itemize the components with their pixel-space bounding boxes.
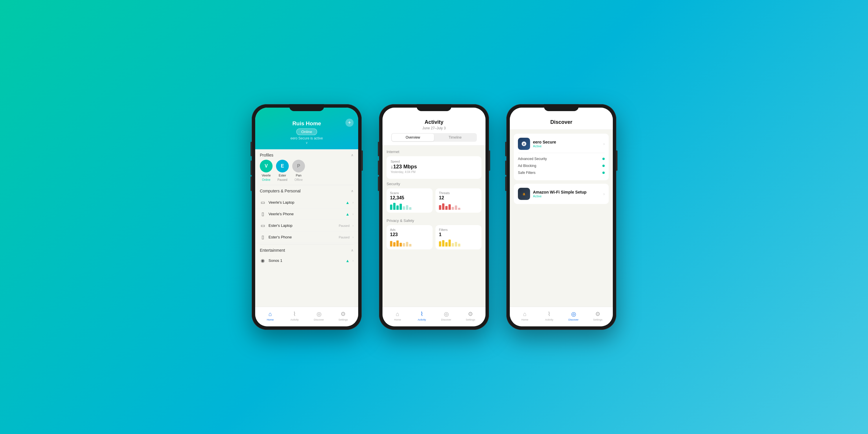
device-esters-phone[interactable]: ▯ Ester's Phone Paused ›	[255, 231, 358, 243]
tab-overview[interactable]: Overview	[392, 134, 434, 141]
computers-section-title: Computers & Personal	[260, 189, 301, 193]
activity-nav-icon: ⌇	[293, 310, 296, 317]
profile-pan[interactable]: P Pan Offline	[292, 160, 305, 181]
device-name-veerles-laptop: Veerle's Laptop	[269, 200, 343, 205]
privacy-stats-grid: Ads 123 Filt	[386, 225, 482, 252]
filters-chart	[439, 238, 478, 247]
device-veerles-laptop[interactable]: ▭ Veerle's Laptop ▲ ›	[255, 197, 358, 208]
home-header: Ruis Home + Online eero Secure is active…	[255, 107, 358, 149]
eero-app-icon: e	[518, 138, 530, 150]
profile-veerle[interactable]: V Veerle Online	[260, 160, 273, 181]
notch-activity	[416, 104, 452, 111]
speed-title: Speed	[391, 160, 477, 163]
activity-nav-icon-2: ⌇	[421, 310, 423, 317]
ads-chart	[390, 238, 429, 247]
tab-timeline[interactable]: Timeline	[434, 134, 476, 141]
device-veerles-phone[interactable]: ▯ Veerle's Phone ▲ ›	[255, 208, 358, 220]
speed-card[interactable]: Speed ↓123 Mbps Yesterday, 4:04 PM	[386, 156, 482, 179]
threats-card[interactable]: Threats 12	[435, 188, 482, 213]
threats-title: Threats	[439, 191, 478, 195]
nav-discover-3[interactable]: ◎ Discover	[561, 310, 586, 321]
amazon-card-header: a Amazon Wi-Fi Simple Setup Active ›	[518, 188, 605, 200]
laptop-icon: ▭	[260, 199, 266, 205]
entertainment-chevron-icon[interactable]: ∧	[351, 248, 353, 252]
filters-card[interactable]: Filters 1	[435, 225, 482, 249]
feature-dot-advanced-security	[602, 158, 605, 160]
home-nav-label-3: Home	[521, 318, 528, 321]
speed-sub: Yesterday, 4:04 PM	[391, 170, 477, 174]
bar	[396, 241, 399, 247]
scans-card[interactable]: Scans 12,345	[386, 188, 433, 213]
home-nav-icon-3: ⌂	[523, 311, 527, 317]
tab-switcher: Overview Timeline	[391, 133, 477, 142]
chevron-right-icon-3: ›	[352, 224, 353, 228]
chevron-right-icon-sonos: ›	[352, 259, 353, 263]
bar	[452, 207, 454, 210]
nav-discover-2[interactable]: ◎ Discover	[434, 310, 458, 321]
feature-ad-blocking: Ad Blocking	[518, 162, 605, 169]
nav-settings-3[interactable]: ⚙ Settings	[586, 310, 610, 321]
phone-discover: Discover e eero Secure	[506, 104, 616, 330]
nav-discover[interactable]: ◎ Discover	[307, 310, 331, 321]
profile-avatar-veerle: V	[260, 160, 273, 173]
eero-secure-card[interactable]: e eero Secure Active › Advanced Security	[514, 134, 609, 180]
feature-name-ad-blocking: Ad Blocking	[518, 164, 602, 168]
threats-value: 12	[439, 195, 478, 200]
discover-nav-label-3: Discover	[568, 318, 578, 321]
bar	[406, 242, 408, 247]
nav-home-3[interactable]: ⌂ Home	[513, 311, 537, 321]
profiles-chevron-icon[interactable]: ∧	[351, 153, 353, 157]
discover-nav-label: Discover	[314, 318, 324, 321]
amazon-card[interactable]: a Amazon Wi-Fi Simple Setup Active ›	[514, 184, 609, 204]
discover-title: Discover	[516, 119, 607, 125]
device-name-esters-phone: Ester's Phone	[269, 235, 336, 239]
computers-device-list: ▭ Veerle's Laptop ▲ › ▯ Veerle's Phone ▲…	[255, 195, 358, 244]
internet-section-label: Internet	[386, 150, 482, 154]
bar	[406, 205, 408, 210]
nav-settings-2[interactable]: ⚙ Settings	[458, 310, 483, 321]
add-button[interactable]: +	[345, 119, 353, 127]
entertainment-section-title: Entertainment	[260, 248, 285, 253]
bar	[400, 204, 402, 210]
bar	[448, 204, 451, 210]
home-nav-label: Home	[267, 318, 274, 321]
screen-activity: Activity June 27–July 3 Overview Timelin…	[382, 107, 486, 327]
device-sonos[interactable]: ◉ Sonos 1 ▲ ›	[255, 255, 358, 266]
eero-secure-name: eero Secure	[533, 140, 600, 144]
chevron-right-icon-2: ›	[352, 212, 353, 216]
phone-activity: Activity June 27–July 3 Overview Timelin…	[379, 104, 489, 330]
feature-name-advanced-security: Advanced Security	[518, 157, 602, 161]
amazon-app-icon: a	[518, 188, 530, 200]
activity-title: Activity	[388, 119, 480, 125]
eero-secure-info: eero Secure Active	[533, 140, 600, 148]
profile-ester[interactable]: E Ester Paused	[276, 160, 289, 181]
bar	[403, 243, 405, 247]
nav-home[interactable]: ⌂ Home	[258, 311, 282, 321]
activity-nav-label: Activity	[290, 318, 299, 321]
eero-secure-card-header: e eero Secure Active ›	[518, 138, 605, 150]
device-name-sonos: Sonos 1	[269, 258, 343, 263]
filters-value: 1	[439, 232, 478, 237]
eero-feature-list: Advanced Security Ad Blocking Safe Filte…	[518, 153, 605, 176]
eero-secure-chevron-icon: ›	[603, 142, 605, 146]
settings-nav-icon-3: ⚙	[595, 310, 600, 317]
nav-activity-2[interactable]: ⌇ Activity	[410, 310, 434, 321]
nav-activity[interactable]: ⌇ Activity	[282, 310, 307, 321]
scans-value: 12,345	[390, 195, 429, 200]
ads-card[interactable]: Ads 123	[386, 225, 433, 249]
phone-home: Ruis Home + Online eero Secure is active…	[252, 104, 362, 330]
chevron-right-icon-4: ›	[352, 235, 353, 239]
computers-section-header: Computers & Personal ∧	[255, 185, 358, 195]
computers-chevron-icon[interactable]: ∧	[351, 189, 353, 193]
profile-avatar-ester: E	[276, 160, 289, 173]
nav-home-2[interactable]: ⌂ Home	[385, 311, 410, 321]
bar	[396, 206, 399, 210]
nav-settings[interactable]: ⚙ Settings	[331, 310, 355, 321]
bar	[458, 208, 460, 210]
amazon-info: Amazon Wi-Fi Simple Setup Active	[533, 190, 600, 198]
device-esters-laptop[interactable]: ▭ Ester's Laptop Paused ›	[255, 220, 358, 231]
phones-container: Ruis Home + Online eero Secure is active…	[252, 104, 616, 330]
online-badge: Online	[296, 128, 317, 135]
nav-activity-3[interactable]: ⌇ Activity	[537, 310, 561, 321]
bar	[393, 203, 396, 210]
